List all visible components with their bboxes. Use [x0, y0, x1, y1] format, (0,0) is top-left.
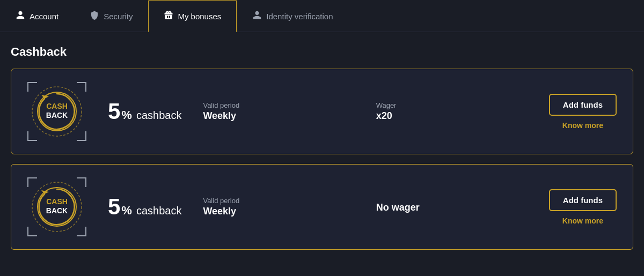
person-icon — [16, 10, 25, 22]
valid-period-value-1: Weekly — [203, 110, 354, 122]
know-more-link-2[interactable]: Know more — [562, 217, 603, 225]
valid-period-label-1: Valid period — [203, 101, 354, 109]
tab-account[interactable]: Account — [0, 0, 74, 32]
cashback-label-2: cashback — [136, 205, 182, 217]
wager-label-1: Wager — [376, 101, 528, 109]
cashback-percentage-2: 5%cashback — [108, 194, 181, 220]
cashback-label-1: cashback — [136, 109, 182, 122]
tab-identity-verification-label: Identity verification — [266, 12, 333, 21]
percent-sign-1: % — [121, 108, 132, 122]
wager-value-1: x20 — [376, 110, 528, 122]
valid-period-block-1: Valid period Weekly — [203, 101, 354, 122]
add-funds-button-1[interactable]: Add funds — [549, 94, 617, 116]
cashback-percentage-1: 5%cashback — [108, 99, 181, 124]
tabs-bar: Account Security My bonuses Identity ver… — [0, 0, 644, 32]
percent-number-2: 5 — [108, 194, 120, 220]
cashback-card-1: CASH BACK 5%cashback Valid period Weekly… — [11, 69, 633, 154]
tab-security[interactable]: Security — [74, 0, 148, 32]
tab-account-label: Account — [30, 12, 58, 21]
wager-block-2: No wager — [376, 201, 528, 213]
know-more-link-1[interactable]: Know more — [562, 121, 603, 130]
tab-security-label: Security — [104, 12, 133, 21]
person-check-icon — [252, 10, 262, 22]
tab-identity-verification[interactable]: Identity verification — [237, 0, 348, 32]
valid-period-label-2: Valid period — [203, 197, 354, 205]
card-actions-2: Add funds Know more — [549, 189, 617, 225]
wager-block-1: Wager x20 — [376, 101, 528, 122]
valid-period-value-2: Weekly — [203, 206, 354, 217]
tab-my-bonuses-label: My bonuses — [178, 12, 221, 21]
valid-period-block-2: Valid period Weekly — [203, 197, 354, 217]
percent-sign-2: % — [121, 204, 132, 218]
gift-icon — [164, 10, 173, 22]
tab-my-bonuses[interactable]: My bonuses — [148, 0, 237, 32]
shield-icon — [90, 10, 99, 22]
cashback-logo-2: CASH BACK — [27, 177, 86, 236]
percent-number-1: 5 — [108, 99, 120, 124]
add-funds-button-2[interactable]: Add funds — [549, 189, 617, 211]
page-content: Cashback CASH BACK 5%cashback Valid — [0, 32, 644, 272]
cashback-logo-1: CASH BACK — [27, 82, 86, 141]
card-actions-1: Add funds Know more — [549, 94, 617, 130]
section-title: Cashback — [11, 45, 633, 59]
wager-value-2: No wager — [376, 202, 528, 213]
cashback-card-2: CASH BACK 5%cashback Valid period Weekly… — [11, 164, 633, 250]
